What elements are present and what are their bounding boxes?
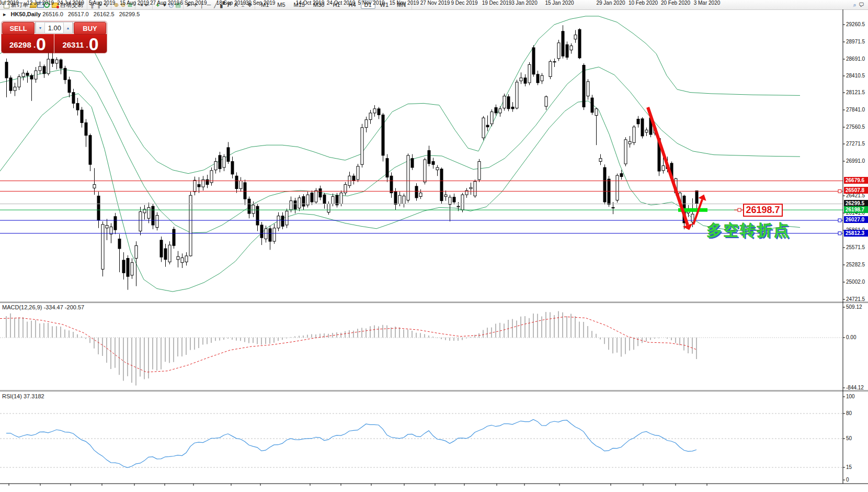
candle: [633, 125, 635, 145]
candle: [574, 30, 577, 43]
candle: [336, 193, 338, 208]
candle-body: [394, 192, 397, 204]
candle: [616, 174, 619, 203]
candle-body: [101, 225, 104, 270]
candle: [139, 207, 142, 235]
callout-handle[interactable]: [738, 208, 741, 211]
candle-body: [239, 181, 242, 189]
candle: [55, 58, 58, 70]
buy-price[interactable]: 26311 . 0: [54, 34, 107, 53]
candle: [152, 204, 154, 229]
candle: [365, 117, 368, 132]
candle-body: [616, 175, 619, 200]
candle-body: [332, 197, 334, 204]
candle: [269, 226, 271, 250]
candle: [315, 188, 317, 204]
candle-body: [315, 191, 317, 202]
candle-body: [645, 130, 648, 132]
candle: [591, 95, 593, 115]
candle-body: [265, 229, 267, 239]
sell-button[interactable]: SELL: [2, 22, 35, 35]
candle: [578, 28, 581, 59]
candle-body: [424, 160, 426, 182]
candle-body: [89, 136, 92, 165]
price-badge-26027.0: 26027.0: [844, 216, 868, 223]
candle: [629, 136, 631, 148]
hline-handle[interactable]: [838, 232, 841, 235]
cn-annotation-text[interactable]: 多空转折点: [707, 220, 791, 241]
red-down-arrow[interactable]: [648, 107, 688, 225]
candle: [106, 219, 108, 240]
volume-decrease-button[interactable]: ▼: [36, 22, 45, 33]
candle-body: [620, 174, 623, 177]
candle: [248, 197, 250, 219]
date-label: 14 Oct 2019: [296, 0, 324, 6]
candle: [143, 205, 146, 220]
candle-body: [432, 162, 435, 165]
candle: [323, 193, 326, 209]
candle-body: [490, 112, 493, 124]
candle-body: [290, 201, 292, 210]
candle: [47, 50, 50, 76]
buy-button[interactable]: BUY: [74, 22, 106, 35]
candle-body: [164, 249, 167, 260]
candle-body: [193, 180, 196, 192]
candle: [511, 102, 514, 112]
candle: [478, 159, 481, 182]
candle-body: [173, 229, 175, 245]
macd-axis-label: 509.12: [846, 304, 868, 310]
candle-body: [595, 109, 598, 116]
volume-stepper[interactable]: ▼ 1.00 ▲: [35, 22, 73, 33]
candle: [587, 79, 589, 99]
price-pane: [0, 16, 843, 292]
hline-handle[interactable]: [838, 219, 841, 222]
candle-body: [231, 162, 234, 174]
candle: [306, 192, 309, 207]
price-callout-box[interactable]: 26198.7: [743, 204, 783, 217]
candle: [566, 41, 568, 60]
sell-price-big-digit: 0: [36, 36, 46, 52]
candle-body: [281, 216, 284, 227]
candle-body: [386, 159, 389, 177]
candle: [386, 154, 389, 182]
candle-body: [470, 187, 472, 188]
candle: [424, 158, 426, 185]
candle-body: [139, 212, 142, 231]
candle: [352, 174, 355, 185]
candle: [482, 116, 485, 140]
date-label: 27 Aug 2019: [150, 0, 179, 6]
candle: [520, 72, 522, 84]
candle-body: [5, 62, 8, 78]
candle-body: [524, 78, 527, 83]
candle-body: [189, 195, 192, 256]
price-axis-label: 28971.5: [846, 39, 868, 45]
candle-body: [633, 127, 635, 143]
candle-body: [507, 97, 510, 109]
candle-body: [30, 75, 33, 79]
candle: [415, 183, 418, 201]
candle: [344, 182, 347, 195]
candle-body: [22, 73, 25, 77]
candle-body: [603, 167, 606, 202]
candle: [390, 172, 393, 198]
date-label: 6 Sep 2019: [180, 0, 207, 6]
date-label: 24 Oct 2019: [327, 0, 355, 6]
candle: [369, 110, 372, 124]
candle-body: [566, 44, 568, 57]
candle-body: [68, 80, 71, 92]
candle: [122, 252, 125, 279]
candle-body: [64, 68, 66, 80]
candle: [382, 113, 384, 162]
candle-body: [118, 239, 121, 249]
volume-increase-button[interactable]: ▲: [63, 22, 73, 33]
candle-body: [474, 182, 476, 196]
candle: [327, 202, 330, 215]
candle: [378, 107, 380, 119]
date-label: 27 Nov 2019: [420, 0, 450, 6]
hline-handle[interactable]: [838, 189, 841, 193]
sell-price[interactable]: 26298 . 0: [2, 34, 54, 53]
candle: [557, 40, 560, 61]
candle: [72, 89, 75, 108]
price-axis-label: 27560.5: [846, 124, 868, 130]
candle-body: [365, 120, 368, 128]
